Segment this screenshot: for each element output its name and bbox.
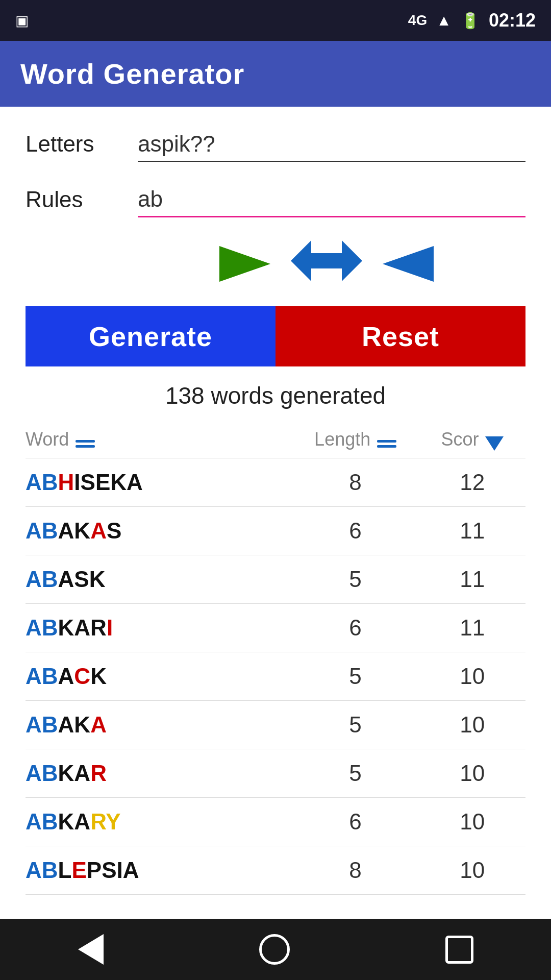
word-part: AB bbox=[26, 857, 58, 883]
length-col-label: Length bbox=[314, 429, 370, 450]
word-cell-1: ABAKAS bbox=[26, 518, 291, 544]
word-part: RY bbox=[90, 809, 121, 834]
score-cell-5: 10 bbox=[419, 712, 526, 738]
word-part: KAR bbox=[58, 615, 107, 640]
word-part: ISEKA bbox=[74, 470, 142, 495]
word-part: AB bbox=[26, 518, 58, 543]
svg-marker-0 bbox=[219, 246, 270, 282]
word-part: L bbox=[58, 857, 72, 883]
table-row[interactable]: ABACK510 bbox=[26, 652, 525, 701]
word-col-label: Word bbox=[26, 429, 69, 450]
word-part: A bbox=[90, 518, 107, 543]
word-cell-7: ABKARY bbox=[26, 809, 291, 835]
table-row[interactable]: ABKARY610 bbox=[26, 798, 525, 846]
length-cell-5: 5 bbox=[291, 712, 419, 738]
score-cell-2: 11 bbox=[419, 567, 526, 592]
col-header-length[interactable]: Length bbox=[291, 429, 419, 450]
word-part: AK bbox=[58, 712, 91, 737]
arrow-bidirectional-button[interactable] bbox=[291, 238, 362, 291]
score-cell-7: 10 bbox=[419, 809, 526, 835]
word-cell-6: ABKAR bbox=[26, 761, 291, 786]
rules-label: Rules bbox=[26, 187, 138, 217]
score-cell-1: 11 bbox=[419, 518, 526, 544]
word-part: C bbox=[74, 664, 90, 689]
score-cell-3: 11 bbox=[419, 615, 526, 641]
word-part: S bbox=[107, 518, 121, 543]
arrow-forward-button[interactable] bbox=[219, 241, 270, 288]
word-cell-3: ABKARI bbox=[26, 615, 291, 641]
word-cell-8: ABLEPSIA bbox=[26, 857, 291, 883]
col-header-word[interactable]: Word bbox=[26, 429, 291, 450]
nav-recents-icon bbox=[445, 936, 473, 964]
app-title: Word Generator bbox=[20, 57, 244, 90]
word-part: AB bbox=[26, 664, 58, 689]
word-part: AB bbox=[26, 761, 58, 786]
word-cell-5: ABAKA bbox=[26, 712, 291, 738]
network-indicator: 4G bbox=[408, 12, 427, 29]
word-cell-0: ABHISEKA bbox=[26, 470, 291, 495]
word-part: AB bbox=[26, 615, 58, 640]
length-cell-7: 6 bbox=[291, 809, 419, 835]
word-part: A bbox=[90, 712, 107, 737]
nav-back-button[interactable] bbox=[78, 934, 104, 965]
table-header: Word Length Scor bbox=[26, 422, 525, 458]
word-part: H bbox=[58, 470, 74, 495]
signal-icon: ▲ bbox=[436, 12, 452, 29]
table-row[interactable]: ABAKAS611 bbox=[26, 507, 525, 555]
length-cell-2: 5 bbox=[291, 567, 419, 592]
status-time: 02:12 bbox=[489, 10, 536, 31]
bidirectional-icon bbox=[291, 242, 362, 293]
length-cell-4: 5 bbox=[291, 664, 419, 689]
score-cell-4: 10 bbox=[419, 664, 526, 689]
arrow-left-icon bbox=[383, 281, 434, 288]
word-part: R bbox=[90, 761, 107, 786]
word-part: AB bbox=[26, 470, 58, 495]
reset-button[interactable]: Reset bbox=[276, 306, 525, 366]
table-row[interactable]: ABKARI611 bbox=[26, 604, 525, 652]
action-buttons: Generate Reset bbox=[26, 306, 525, 366]
score-cell-8: 10 bbox=[419, 857, 526, 883]
length-cell-3: 6 bbox=[291, 615, 419, 641]
table-row[interactable]: ABHISEKA812 bbox=[26, 458, 525, 507]
word-part: I bbox=[107, 615, 113, 640]
nav-bar bbox=[0, 919, 551, 980]
word-part: AB bbox=[26, 712, 58, 737]
word-cell-4: ABACK bbox=[26, 664, 291, 689]
table-row[interactable]: ABKAR510 bbox=[26, 749, 525, 798]
rules-row: Rules bbox=[26, 182, 525, 217]
arrows-row bbox=[26, 238, 525, 291]
arrow-back-button[interactable] bbox=[383, 241, 434, 288]
nav-recents-button[interactable] bbox=[445, 936, 473, 964]
word-part: E bbox=[71, 857, 86, 883]
word-part: PSIA bbox=[87, 857, 139, 883]
length-cell-8: 8 bbox=[291, 857, 419, 883]
letters-input[interactable] bbox=[138, 127, 525, 161]
status-bar: ▣ 4G ▲ 🔋 02:12 bbox=[0, 0, 551, 41]
word-part: ASK bbox=[58, 567, 106, 592]
generate-button[interactable]: Generate bbox=[26, 306, 276, 366]
length-cell-6: 5 bbox=[291, 761, 419, 786]
word-part: K bbox=[90, 664, 107, 689]
notification-icon: ▣ bbox=[15, 13, 29, 29]
length-sort-icon bbox=[377, 440, 396, 448]
letters-label: Letters bbox=[26, 131, 138, 162]
col-header-score[interactable]: Scor bbox=[419, 429, 526, 451]
word-cell-2: ABASK bbox=[26, 567, 291, 592]
svg-marker-1 bbox=[291, 240, 362, 281]
table-row[interactable]: ABASK511 bbox=[26, 555, 525, 604]
word-part: KA bbox=[58, 809, 91, 834]
word-part: KA bbox=[58, 761, 91, 786]
words-count: 138 words generated bbox=[26, 382, 525, 409]
nav-home-button[interactable] bbox=[259, 934, 290, 965]
table-row[interactable]: ABAKA510 bbox=[26, 701, 525, 749]
table-row[interactable]: ABLEPSIA810 bbox=[26, 846, 525, 895]
score-col-label: Scor bbox=[441, 429, 479, 450]
score-cell-0: 12 bbox=[419, 470, 526, 495]
letters-row: Letters bbox=[26, 127, 525, 162]
word-sort-icon bbox=[76, 440, 95, 448]
word-part: AB bbox=[26, 809, 58, 834]
length-cell-0: 8 bbox=[291, 470, 419, 495]
battery-icon: 🔋 bbox=[461, 12, 480, 30]
rules-input[interactable] bbox=[138, 182, 525, 216]
nav-home-icon bbox=[259, 934, 290, 965]
